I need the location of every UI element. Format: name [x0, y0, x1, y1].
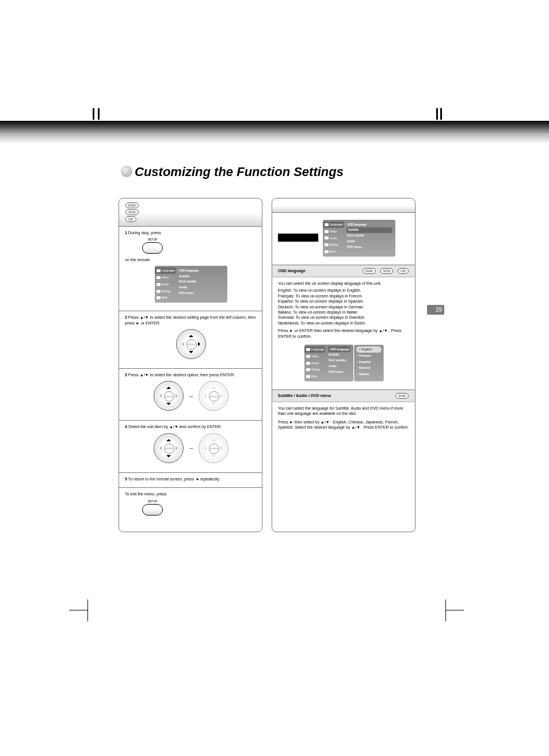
step-number: 4 [125, 425, 127, 429]
rating-icon [157, 290, 161, 293]
osd-tab: Video [162, 276, 169, 280]
osd-tab: Audio [311, 361, 319, 365]
osd-item: Subtitle [328, 352, 350, 358]
button-label: SETUP [142, 499, 163, 503]
language-icon [306, 348, 310, 351]
osd-tab: Language [330, 223, 342, 227]
osd-sub-item: Italiano [356, 371, 382, 377]
osd-tab: Rating [330, 243, 338, 247]
osd-item: Subtitle [178, 273, 224, 279]
right-header [272, 198, 415, 213]
section-step: Press ► or ENTER then select the desired… [278, 328, 410, 339]
osd-tab: Video [330, 230, 337, 234]
osd-tab: Misc [330, 250, 336, 254]
video-icon [306, 355, 310, 358]
language-section-header: Language Video Audio Rating Misc OSD lan… [272, 213, 415, 265]
misc-icon [306, 375, 310, 378]
osd-item: DVD menu [328, 369, 350, 375]
step-number: 2 [125, 315, 127, 319]
lang-option: Français: To view on-screen displays in … [278, 293, 410, 299]
rating-icon [325, 243, 329, 246]
osd-item: OSD language [178, 268, 224, 273]
crop-mark [440, 108, 442, 120]
bullet-circle [121, 166, 132, 177]
osd-language-section: OSD language DVD VCD CD You can select t… [272, 265, 415, 390]
step-text: Press ▲/▼ to select the desired option, … [128, 373, 235, 377]
step-text-after: on the remote. [125, 258, 151, 262]
disc-type-header: DVD VCD CD [119, 198, 262, 227]
misc-icon [157, 296, 161, 299]
disc-badge: VCD [380, 268, 394, 274]
disc-badge: CD [125, 216, 136, 222]
dpad-icon: ENTER [154, 433, 184, 463]
step-5: 5 To return to the normal screen, press … [119, 473, 262, 488]
osd-sub-item: Deutsch [356, 365, 382, 371]
lang-option: Deutsch: To view on-screen displays in G… [278, 304, 410, 310]
osd-tab: Language [162, 269, 174, 273]
enter-button-icon: ENTER [209, 391, 219, 402]
lang-option: Svenska: To view on-screen displays in S… [278, 315, 410, 320]
step-text: During stop, press [128, 231, 161, 235]
header-gradient [0, 121, 549, 144]
osd-item: DivX subtitle [328, 358, 350, 364]
osd-item: Audio [346, 238, 392, 244]
video-icon [325, 230, 329, 233]
setup-button-icon [142, 242, 163, 254]
section-body: You can select the language for Subtitle… [278, 406, 410, 417]
right-explanation-column: Language Video Audio Rating Misc OSD lan… [272, 198, 415, 532]
step-number: 5 [125, 477, 127, 481]
language-icon [157, 269, 161, 272]
osd-tab: Misc [311, 375, 317, 379]
osd-item: Audio [328, 363, 350, 369]
page-number: 29 [427, 305, 444, 315]
audio-icon [325, 236, 329, 239]
dpad-icon: ENTER [176, 329, 206, 359]
crop-mark [98, 108, 100, 120]
osd-sub-item: English [356, 346, 382, 353]
lang-option: English: To view on-screen displays in E… [278, 288, 410, 293]
osd-tab: Rating [311, 368, 319, 372]
setup-button-icon [142, 504, 163, 516]
disc-badge: DVD [395, 393, 409, 399]
lang-option: Nederlands: To view on-screen displays i… [278, 320, 410, 326]
section-subtitle: Subtitle / Audio / DVD menu [278, 393, 331, 398]
arrow-icon: → [188, 392, 194, 400]
osd-item: DivX subtitle [178, 279, 224, 285]
step-number: 1 [125, 231, 127, 235]
crop-mark [93, 108, 94, 120]
disc-badge: DVD [363, 268, 376, 274]
enter-button-icon: ENTER [209, 444, 219, 454]
osd-item: Subtitle [346, 227, 392, 233]
osd-screenshot: Language Video Audio Rating Misc OSD lan… [155, 266, 227, 303]
disc-badge: CD [398, 268, 409, 274]
page-title: Customizing the Function Settings [0, 165, 549, 180]
arrow-icon: → [188, 444, 194, 452]
rating-icon [306, 368, 310, 371]
audio-icon [306, 362, 310, 365]
section-subtitle: OSD language [278, 268, 306, 273]
lang-option: Italiano: To view on-screen displays in … [278, 310, 410, 315]
enter-button-icon: ENTER [164, 391, 174, 402]
dpad-icon-faded: ENTER [199, 433, 228, 463]
osd-screenshot-lang: Language Video Audio Rating Misc OSD lan… [304, 345, 384, 381]
step-2: 2 Press ▲/▼ to select the desired settin… [119, 311, 262, 369]
osd-item: OSD language [328, 346, 350, 352]
osd-item: DivX subtitle [346, 233, 392, 239]
osd-sub-item: Español [356, 359, 382, 365]
osd-item: DVD menu [178, 290, 224, 296]
button-label: SETUP [142, 238, 163, 242]
osd-item: DVD menu [346, 244, 392, 250]
subtitle-audio-section: Subtitle / Audio / DVD menu DVD You can … [272, 390, 415, 480]
audio-icon [157, 283, 161, 286]
lang-option: Español: To view on-screen displays in S… [278, 299, 410, 304]
step-4: 4 Select the sub-item by ▲/▼ and confirm… [119, 421, 262, 472]
section-step: Press ► then select by ▲/▼ : English, Ch… [278, 419, 410, 430]
language-heading-strip [278, 234, 318, 242]
page-title-text: Customizing the Function Settings [135, 165, 344, 179]
osd-item: Audio [178, 285, 224, 291]
enter-button-icon: ENTER [164, 444, 174, 454]
osd-tab: Audio [330, 236, 337, 240]
enter-button-icon: ENTER [186, 339, 197, 350]
step-1: 1 During stop, press SETUP on the remote… [119, 227, 262, 311]
osd-tab: Video [311, 354, 319, 358]
